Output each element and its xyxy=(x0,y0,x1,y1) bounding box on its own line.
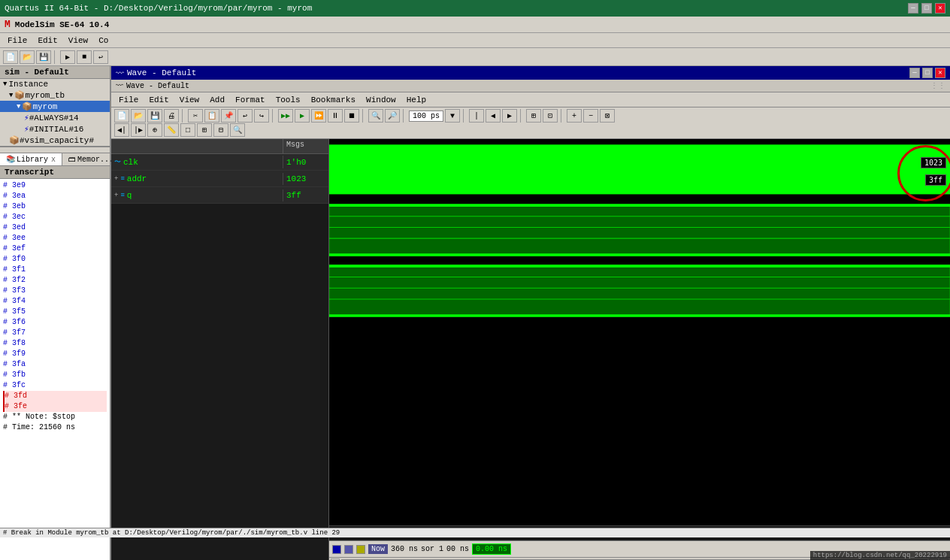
wave-minimize-btn[interactable]: — xyxy=(909,68,920,78)
tb-zoom-in2[interactable]: + xyxy=(567,109,582,123)
color-box-2 xyxy=(344,545,353,554)
tree-myrom-tb[interactable]: ▼ 📦 myrom_tb xyxy=(0,89,110,101)
transcript-line: # 3ed xyxy=(3,222,107,233)
vsim-label: #vsim_capacity# xyxy=(20,136,94,145)
waveform-panel: 1023 3ff 0 ns 4000 ns 8000 ns 12000 ns 1… xyxy=(329,139,950,560)
close-btn[interactable]: ✕ xyxy=(935,3,945,14)
menu-view[interactable]: View xyxy=(64,35,92,46)
expand-icon-myrom: ▼ xyxy=(17,103,20,110)
toolbar-run[interactable]: ▶ xyxy=(60,50,75,64)
signal-row-q[interactable]: + ≡ q 3ff xyxy=(111,187,328,204)
tb-next-cursor[interactable]: ▶ xyxy=(502,109,517,123)
tree-myrom[interactable]: ▼ 📦 myrom xyxy=(0,101,110,112)
transcript-line: # 3f2 xyxy=(3,275,107,286)
expand-q-btn[interactable]: + xyxy=(114,192,118,199)
tb-snap[interactable]: ⊕ xyxy=(147,123,162,137)
minimize-btn[interactable]: — xyxy=(908,3,918,14)
tb-add-cursor[interactable]: | xyxy=(469,109,484,123)
wave-maximize-btn[interactable]: □ xyxy=(922,68,933,78)
tb-expand[interactable]: ⊞ xyxy=(197,123,212,137)
sig-wave-icon-q: ≡ xyxy=(120,192,124,199)
break-line-text: # Break in Module myrom_tb at D:/Desktop… xyxy=(3,529,340,537)
tb-zoom-sel[interactable]: ⊡ xyxy=(543,109,558,123)
toolbar-new[interactable]: 📄 xyxy=(3,50,18,64)
wave-window: 〰 Wave - Default — □ ✕ 〰 Wave - Default … xyxy=(111,66,950,560)
transcript-line: # 3fc xyxy=(3,380,107,391)
tb-stop[interactable]: ⏹ xyxy=(344,109,359,123)
tree-initial[interactable]: ⚡ #INITIAL#16 xyxy=(0,123,110,135)
memory-label: Memor... xyxy=(77,156,113,164)
tb-measure[interactable]: 📏 xyxy=(164,123,179,137)
tb-prev-cursor[interactable]: ◀ xyxy=(486,109,501,123)
tree-vsim[interactable]: 📦 #vsim_capacity# xyxy=(0,135,110,146)
tb-find[interactable]: 🔍 xyxy=(230,123,245,137)
color-box-3 xyxy=(356,545,365,554)
tb-run[interactable]: ▶ xyxy=(295,109,310,123)
tb-zoom-fit[interactable]: ⊠ xyxy=(600,109,615,123)
tb-prev-edge[interactable]: ◀| xyxy=(114,123,129,137)
tb-paste[interactable]: 📌 xyxy=(221,109,236,123)
expand-icon: ▼ xyxy=(3,80,7,88)
waveform-display[interactable]: 1023 3ff xyxy=(329,139,950,525)
tree-scrollbar[interactable] xyxy=(0,147,110,153)
close-library-btn[interactable]: x xyxy=(51,156,56,164)
toolbar-open[interactable]: 📂 xyxy=(20,50,35,64)
wave-close-btn[interactable]: ✕ xyxy=(935,68,945,78)
tb-group[interactable]: □ xyxy=(180,123,195,137)
tb-run-all[interactable]: ▶▶ xyxy=(278,109,293,123)
tb-collapse[interactable]: ⊟ xyxy=(213,123,228,137)
tb-print-wave[interactable]: 🖨 xyxy=(164,109,179,123)
transcript-header: Transcript xyxy=(0,166,110,179)
tb-zoom-full[interactable]: ⊞ xyxy=(526,109,541,123)
tb-new-wave[interactable]: 📄 xyxy=(114,109,129,123)
left-panel: sim - Default ▼ Instance ▼ 📦 myrom_tb ▼ … xyxy=(0,66,111,560)
tb-cut[interactable]: ✂ xyxy=(188,109,203,123)
tree-always[interactable]: ⚡ #ALWAYS#14 xyxy=(0,112,110,123)
wave-menu-file[interactable]: File xyxy=(114,95,143,105)
main-menubar: File Edit View Co xyxy=(0,33,950,48)
col-name-header xyxy=(111,139,283,153)
tb-step[interactable]: ⏩ xyxy=(311,109,326,123)
wave-menu-add[interactable]: Add xyxy=(205,95,229,105)
wave-menu-window[interactable]: Window xyxy=(362,95,401,105)
tb-time-unit[interactable]: ▼ xyxy=(445,109,460,123)
tb-zoom-out[interactable]: 🔎 xyxy=(385,109,400,123)
instance-section: sim - Default ▼ Instance ▼ 📦 myrom_tb ▼ … xyxy=(0,66,110,147)
tb-next-edge[interactable]: |▶ xyxy=(131,123,146,137)
toolbar-stop[interactable]: ■ xyxy=(77,50,92,64)
toolbar-restart[interactable]: ↩ xyxy=(93,50,108,64)
transcript-content[interactable]: # 3e9# 3ea# 3eb# 3ec# 3ed# 3ee# 3ef# 3f0… xyxy=(0,179,110,560)
tb-redo[interactable]: ↪ xyxy=(254,109,269,123)
signal-row-addr[interactable]: + ≡ addr 1023 xyxy=(111,171,328,187)
signal-row-clk[interactable]: 〜 clk 1'h0 xyxy=(111,154,328,171)
expand-addr-btn[interactable]: + xyxy=(114,175,118,183)
myrom-tb-label: myrom_tb xyxy=(25,91,65,100)
menu-co[interactable]: Co xyxy=(94,35,113,46)
menu-edit[interactable]: Edit xyxy=(33,35,62,46)
wave-menu-help[interactable]: Help xyxy=(402,95,431,105)
sig-name-q: + ≡ q xyxy=(111,189,283,201)
tb-open-wave[interactable]: 📂 xyxy=(131,109,146,123)
break-info-bar: # Break in Module myrom_tb at D:/Desktop… xyxy=(0,528,950,537)
wave-menu-tools[interactable]: Tools xyxy=(271,95,305,105)
tree-instance[interactable]: ▼ Instance xyxy=(0,79,110,89)
expand-icon-tb: ▼ xyxy=(9,92,13,99)
wave-menu-view[interactable]: View xyxy=(175,95,204,105)
wave-menu-format[interactable]: Format xyxy=(231,95,270,105)
tb-break[interactable]: ⏸ xyxy=(328,109,343,123)
menu-file[interactable]: File xyxy=(3,35,32,46)
wave-menu-edit[interactable]: Edit xyxy=(144,95,173,105)
wave-menu-bookmarks[interactable]: Bookmarks xyxy=(307,95,360,105)
transcript-line: # 3f4 xyxy=(3,296,107,307)
time-display[interactable]: 100 ps xyxy=(409,110,443,122)
tb-copy[interactable]: 📋 xyxy=(204,109,219,123)
tb-save-wave[interactable]: 💾 xyxy=(147,109,162,123)
tb-zoom-out2[interactable]: − xyxy=(583,109,598,123)
wave-icon: 〰 xyxy=(116,68,124,78)
tb-zoom-in[interactable]: 🔍 xyxy=(368,109,383,123)
tb-undo[interactable]: ↩ xyxy=(238,109,253,123)
toolbar-save[interactable]: 💾 xyxy=(36,50,51,64)
tab-library[interactable]: 📚 Library x xyxy=(0,153,62,165)
sig-name-addr: + ≡ addr xyxy=(111,173,283,185)
maximize-btn[interactable]: □ xyxy=(921,3,932,14)
